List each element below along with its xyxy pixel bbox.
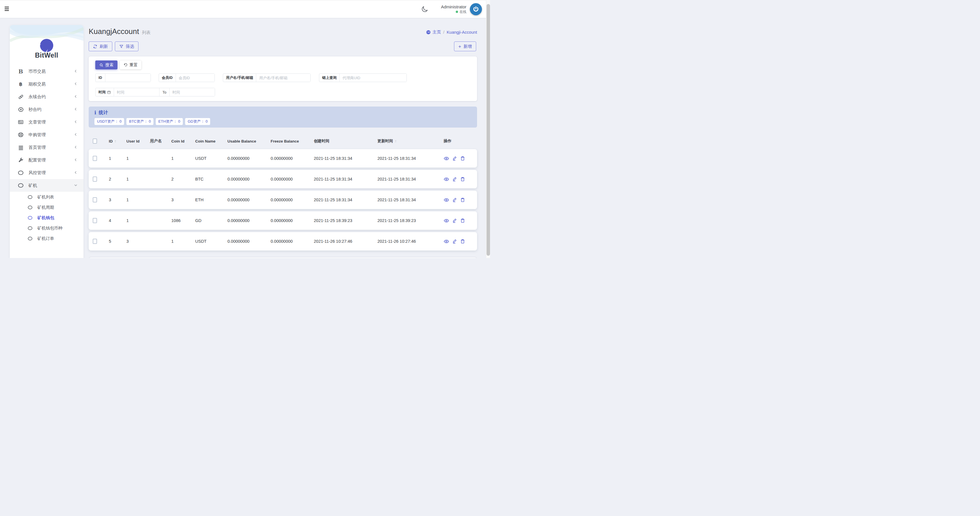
cell-coin-id: 2 <box>171 177 195 182</box>
sidebar-item-risk[interactable]: 风控管理 <box>10 166 83 179</box>
reset-icon <box>124 63 127 67</box>
lifebuoy-icon <box>17 132 24 138</box>
sidebar-subitem-miner-wallet-coin[interactable]: 矿机钱包币种 <box>10 223 83 233</box>
cell-usable: 0.00000000 <box>228 197 270 202</box>
delete-trash-icon[interactable] <box>460 197 465 203</box>
filter-button[interactable]: 筛选 <box>115 41 138 51</box>
row-checkbox[interactable] <box>93 197 97 202</box>
time-from-input[interactable] <box>114 88 159 96</box>
sidebar-item-label: 币币交易 <box>29 69 46 74</box>
scrollbar-thumb[interactable] <box>487 4 490 256</box>
sidebar-subitem-miner-order[interactable]: 矿机订单 <box>10 233 83 244</box>
sidebar-item-coin-trade[interactable]: B 币币交易 <box>10 65 83 78</box>
table-row <box>89 257 477 258</box>
sidebar-subitem-label: 矿机钱包 <box>37 215 54 221</box>
refresh-label: 刷新 <box>100 44 108 49</box>
edit-pencil-icon[interactable] <box>452 197 457 203</box>
cell-created: 2021-11-25 18:31:34 <box>314 177 377 182</box>
column-updated[interactable]: 更新时间↑ <box>377 139 444 144</box>
breadcrumb-home-link[interactable]: 主页 <box>426 29 441 35</box>
view-eye-icon[interactable] <box>444 156 449 161</box>
sidebar-item-miner[interactable]: 矿机 <box>10 179 83 192</box>
sidebar-item-config[interactable]: 配置管理 <box>10 154 83 166</box>
power-icon <box>472 5 480 13</box>
view-eye-icon[interactable] <box>444 239 449 244</box>
sidebar-item-label: 文章管理 <box>29 119 46 125</box>
cell-updated: 2021-11-26 10:27:46 <box>377 239 444 244</box>
search-button[interactable]: 搜索 <box>95 61 118 69</box>
chevron-left-icon <box>74 170 78 176</box>
time-to-input[interactable] <box>170 88 215 96</box>
sidebar-item-article[interactable]: 文章管理 <box>10 116 83 128</box>
sidebar-subitem-miner-list[interactable]: 矿机列表 <box>10 192 83 202</box>
sidebar-item-label: 秒合约 <box>29 107 41 112</box>
cell-created: 2021-11-25 18:31:34 <box>314 197 377 202</box>
dark-mode-moon-icon[interactable] <box>421 5 428 13</box>
select-all-checkbox[interactable] <box>93 139 97 144</box>
view-eye-icon[interactable] <box>444 197 449 203</box>
sidebar-subitem-miner-wallet[interactable]: 矿机钱包 <box>10 212 83 223</box>
circle-icon <box>28 216 33 220</box>
stats-title: 统计 <box>99 110 108 116</box>
sidebar-item-homepage[interactable]: 首页管理 <box>10 141 83 154</box>
cell-created: 2021-11-25 18:31:34 <box>314 156 377 161</box>
calendar-icon <box>107 91 111 94</box>
chevron-left-icon <box>74 94 78 100</box>
info-icon: i <box>94 110 96 115</box>
cell-created: 2021-11-26 10:27:46 <box>314 239 377 244</box>
list-lines-icon <box>17 145 24 150</box>
edit-pencil-icon[interactable] <box>452 218 457 223</box>
view-eye-icon[interactable] <box>444 177 449 182</box>
sidebar-item-perpetual[interactable]: 永续合约 <box>10 91 83 103</box>
view-eye-icon[interactable] <box>444 218 449 223</box>
field-id-input[interactable] <box>105 74 151 82</box>
chevron-left-icon <box>74 145 78 150</box>
cell-freeze: 0.00000000 <box>270 197 314 202</box>
field-member-id-input[interactable] <box>176 74 215 82</box>
hamburger-menu-icon[interactable] <box>5 6 10 12</box>
field-username-input[interactable] <box>256 74 310 82</box>
target-icon <box>17 107 24 112</box>
delete-trash-icon[interactable] <box>460 218 465 223</box>
cell-user-id: 1 <box>126 218 150 223</box>
row-checkbox[interactable] <box>93 239 97 244</box>
circle-icon <box>28 226 33 230</box>
edit-pencil-icon[interactable] <box>452 156 457 161</box>
cell-coin-name: USDT <box>195 239 228 244</box>
reset-button-label: 重置 <box>130 62 138 68</box>
page-title-text: KuangjAccount <box>89 27 139 36</box>
field-time-range: 时间 To <box>95 88 215 96</box>
add-button[interactable]: + 新增 <box>454 41 476 51</box>
avatar[interactable] <box>470 3 482 15</box>
sidebar-item-option-trade[interactable]: ฿ 期权交易 <box>10 78 83 91</box>
search-panel: 搜索 重置 ID 会员ID 用户名/手机/邮箱 链上查询 时间 To <box>89 56 477 101</box>
delete-trash-icon[interactable] <box>460 156 465 161</box>
row-checkbox[interactable] <box>93 177 97 182</box>
user-block[interactable]: Administrator 在线 <box>441 4 466 14</box>
edit-pencil-icon[interactable] <box>452 177 457 182</box>
edit-pencil-icon[interactable] <box>452 239 457 244</box>
reset-button[interactable]: 重置 <box>120 61 142 69</box>
column-id[interactable]: ID↑ <box>109 139 126 143</box>
row-checkbox[interactable] <box>93 156 97 161</box>
delete-trash-icon[interactable] <box>460 177 465 182</box>
field-chain-query-input[interactable] <box>340 74 407 82</box>
cell-coin-name: GD <box>195 218 228 223</box>
page-scrollbar <box>486 0 490 258</box>
refresh-button[interactable]: 刷新 <box>89 41 112 51</box>
row-checkbox[interactable] <box>93 218 97 223</box>
column-id-label: ID <box>109 139 113 143</box>
sidebar-item-subscription[interactable]: 申购管理 <box>10 128 83 141</box>
field-chain-query: 链上查询 <box>319 73 407 82</box>
sidebar-item-label: 永续合约 <box>29 94 46 100</box>
cell-id: 1 <box>109 156 126 161</box>
chevron-left-icon <box>74 120 78 125</box>
delete-trash-icon[interactable] <box>460 239 465 244</box>
column-actions-label: 操作 <box>444 139 452 144</box>
table-row: 5 3 1 USDT 0.00000000 0.00000000 2021-11… <box>89 232 477 250</box>
breadcrumb: 主页 / Kuangji-Account <box>426 29 477 35</box>
field-username-label: 用户名/手机/邮箱 <box>223 74 256 82</box>
sidebar-subitem-miner-period[interactable]: 矿机周期 <box>10 202 83 212</box>
sidebar-item-second-contract[interactable]: 秒合约 <box>10 103 83 116</box>
user-status: 在线 <box>441 10 466 14</box>
